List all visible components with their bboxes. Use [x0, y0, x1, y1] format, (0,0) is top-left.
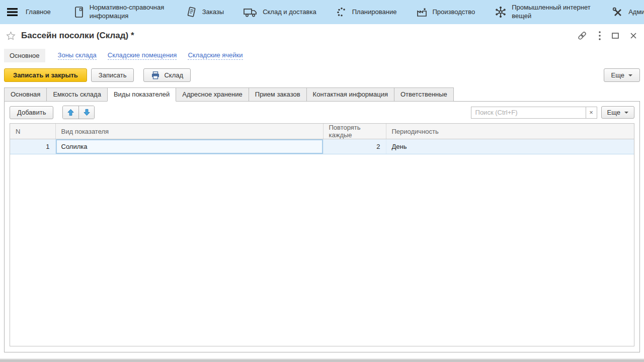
section-label: Администрирование: [628, 8, 644, 17]
tab-panel: Добавить × Еще: [4, 101, 640, 352]
section-main[interactable]: Главное: [26, 8, 51, 17]
section-label: Заказы: [202, 8, 224, 17]
reorder-buttons: [62, 106, 95, 119]
cell-indicator[interactable]: Солилка: [55, 139, 323, 154]
section-master-data[interactable]: Нормативно-справочная информация: [73, 4, 166, 21]
section-iiot[interactable]: Промышленный интернет вещей: [494, 4, 592, 21]
bottom-status-strip: [0, 358, 644, 362]
chevron-down-icon: [628, 74, 632, 76]
column-header-n: N: [10, 124, 55, 139]
hamburger-icon[interactable]: [7, 8, 18, 16]
nav-item-main[interactable]: Основное: [4, 49, 45, 62]
orders-icon: [185, 6, 198, 19]
list-more-button[interactable]: Еще: [601, 106, 634, 119]
save-and-close-button[interactable]: Записать и закрыть: [4, 68, 87, 82]
toolbar-right-group: × Еще: [471, 106, 634, 119]
section-orders[interactable]: Заказы: [185, 6, 224, 19]
move-down-icon: [83, 109, 91, 116]
form-more-label: Еще: [611, 71, 624, 79]
printer-icon: [151, 71, 160, 80]
move-down-button[interactable]: [78, 106, 94, 119]
list-more-label: Еще: [607, 109, 620, 116]
window-controls: [566, 30, 637, 41]
search-clear-button[interactable]: ×: [586, 107, 597, 119]
command-bar: Записать и закрыть Записать Склад Еще: [0, 63, 644, 86]
list-toolbar: Добавить × Еще: [5, 102, 639, 123]
more-dots-icon[interactable]: [599, 31, 601, 40]
table-row[interactable]: 1 Солилка 2 День: [10, 139, 634, 154]
tools-icon: [611, 6, 624, 19]
cell-periodicity[interactable]: День: [386, 139, 634, 154]
column-header-indicator: Вид показателя: [55, 124, 323, 139]
search-input[interactable]: [471, 107, 586, 119]
truck-icon: [243, 6, 258, 18]
object-nav: Основное Зоны склада Складские помещения…: [0, 47, 644, 63]
column-header-periodicity: Периодичность: [386, 124, 634, 139]
cell-repeat[interactable]: 2: [323, 139, 386, 154]
tab-capacity[interactable]: Емкость склада: [46, 87, 107, 102]
window-title-bar: Бассейн посолки (Склад) *: [0, 24, 644, 47]
link-icon[interactable]: [577, 30, 588, 41]
section-label: Нормативно-справочная информация: [90, 4, 166, 21]
section-administration[interactable]: Администрирование: [611, 6, 644, 19]
factory-icon: [416, 6, 428, 18]
nav-item-warehouse-cells[interactable]: Складские ячейки: [188, 51, 243, 60]
move-up-icon: [67, 109, 74, 116]
page-title: Бассейн посолки (Склад) *: [21, 31, 134, 41]
tab-address-storage[interactable]: Адресное хранение: [176, 87, 249, 102]
section-warehouse-delivery[interactable]: Склад и доставка: [243, 6, 316, 18]
nav-item-warehouse-zones[interactable]: Зоны склада: [58, 51, 97, 60]
table-header-row: N Вид показателя Повторять каждые Период…: [10, 124, 634, 139]
tab-responsible[interactable]: Ответственные: [394, 87, 454, 102]
tab-general[interactable]: Основная: [4, 87, 47, 102]
section-label: Планирование: [352, 8, 397, 17]
move-up-button[interactable]: [63, 106, 78, 119]
tab-strip: Основная Емкость склада Виды показателей…: [0, 87, 644, 102]
column-header-repeat: Повторять каждые: [323, 124, 386, 139]
book-icon: [73, 6, 85, 19]
section-production[interactable]: Производство: [416, 6, 475, 18]
maximize-icon[interactable]: [612, 33, 619, 39]
tab-order-receiving[interactable]: Прием заказов: [249, 87, 307, 102]
section-label: Промышленный интернет вещей: [512, 4, 592, 21]
tab-indicator-types[interactable]: Виды показателей: [107, 87, 176, 102]
chevron-down-icon: [624, 112, 628, 114]
section-label: Склад и доставка: [263, 8, 316, 17]
close-icon[interactable]: [630, 32, 637, 39]
add-button[interactable]: Добавить: [10, 106, 53, 119]
warehouse-print-button[interactable]: Склад: [143, 68, 191, 82]
tab-contact-info[interactable]: Контактная информация: [306, 87, 394, 102]
favorite-star-icon[interactable]: [6, 31, 16, 41]
section-planning[interactable]: Планирование: [336, 6, 397, 18]
form-more-button[interactable]: Еще: [604, 68, 640, 82]
section-label: Производство: [432, 8, 475, 17]
save-button[interactable]: Записать: [91, 68, 134, 82]
section-label: Главное: [26, 8, 51, 17]
indicator-types-table: N Вид показателя Повторять каждые Период…: [10, 123, 634, 346]
cell-n[interactable]: 1: [10, 139, 55, 154]
sections-menu-bar: Главное Нормативно-справочная информация…: [0, 0, 644, 24]
nav-item-warehouse-rooms[interactable]: Складские помещения: [108, 51, 177, 60]
warehouse-print-label: Склад: [164, 71, 183, 79]
planning-dots-icon: [336, 6, 348, 18]
iot-icon: [494, 6, 507, 19]
